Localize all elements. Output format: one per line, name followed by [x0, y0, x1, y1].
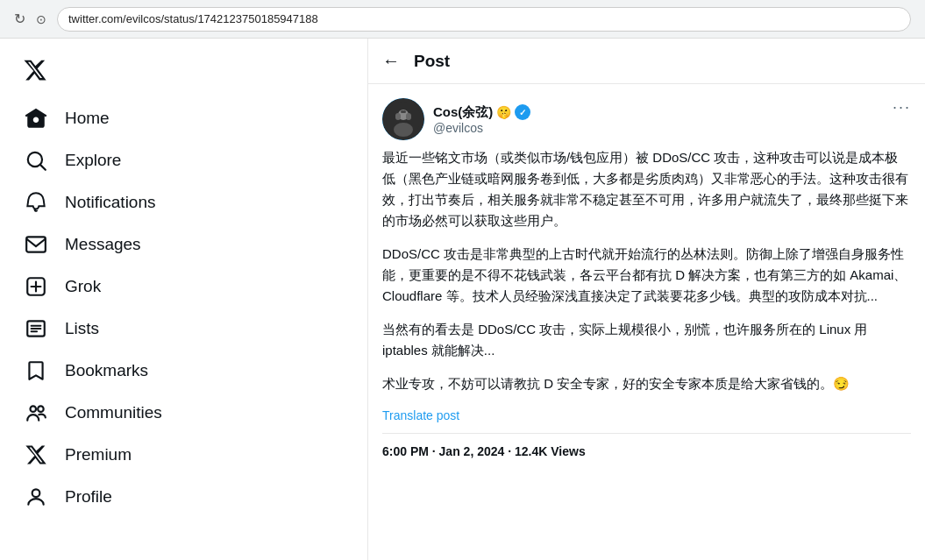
sidebar-item-premium[interactable]: Premium: [14, 435, 353, 475]
post-time: 6:00 PM · Jan 2, 2024: [382, 444, 504, 458]
communities-label: Communities: [65, 403, 162, 422]
author-info: Cos(余弦) 🤫 ✓ @evilcos: [382, 98, 530, 140]
sidebar: Home Explore Notifications: [0, 39, 368, 560]
more-button[interactable]: ···: [893, 98, 911, 117]
lists-label: Lists: [65, 319, 99, 338]
x-logo[interactable]: [14, 49, 56, 91]
refresh-button[interactable]: ↻: [14, 11, 25, 27]
sidebar-item-profile[interactable]: Profile: [14, 477, 353, 517]
author-name[interactable]: Cos(余弦) 🤫 ✓: [433, 104, 530, 121]
post-paragraph-3: 当然有的看去是 DDoS/CC 攻击，实际上规模很小，别慌，也许服务所在的 Li…: [382, 319, 911, 361]
profile-label: Profile: [65, 487, 112, 507]
author-row: Cos(余弦) 🤫 ✓ @evilcos ···: [382, 98, 911, 140]
sidebar-item-communities[interactable]: Communities: [14, 393, 353, 433]
verified-badge: ✓: [515, 104, 530, 120]
author-emoji: 🤫: [496, 105, 511, 119]
post-page-title: Post: [414, 52, 450, 71]
author-handle[interactable]: @evilcos: [433, 121, 530, 135]
grok-label: Grok: [65, 277, 101, 296]
home-icon: [25, 107, 47, 130]
home-label: Home: [65, 109, 110, 128]
post-paragraph-1: 最近一些铭文市场（或类似市场/钱包应用）被 DDoS/CC 攻击，这种攻击可以说…: [382, 147, 911, 231]
explore-label: Explore: [65, 151, 121, 170]
svg-point-9: [38, 406, 43, 412]
sidebar-item-home[interactable]: Home: [14, 98, 353, 138]
post-views-count: 12.4K Views: [515, 444, 586, 458]
browser-chrome: ↻ ⊙ twitter.com/evilcos/status/174212375…: [0, 0, 925, 39]
avatar[interactable]: [382, 98, 424, 140]
svg-rect-18: [401, 110, 406, 113]
app-container: Home Explore Notifications: [0, 39, 925, 560]
grok-icon: [25, 275, 47, 298]
url-text: twitter.com/evilcos/status/1742123750185…: [68, 12, 318, 25]
url-bar[interactable]: twitter.com/evilcos/status/1742123750185…: [57, 7, 911, 32]
sidebar-item-grok[interactable]: Grok: [14, 266, 353, 307]
svg-line-1: [40, 165, 46, 170]
sidebar-item-explore[interactable]: Explore: [14, 140, 353, 181]
svg-rect-2: [26, 237, 46, 252]
security-icon: ⊙: [36, 12, 46, 26]
communities-icon: [25, 401, 47, 424]
post-meta-dot: ·: [508, 444, 515, 458]
envelope-icon: [25, 233, 47, 256]
x-logo-icon: [23, 58, 47, 82]
svg-point-13: [394, 123, 413, 137]
avatar-image: [382, 98, 424, 140]
premium-label: Premium: [65, 445, 132, 464]
bell-icon: [25, 191, 47, 214]
notifications-label: Notifications: [65, 193, 156, 212]
lists-icon: [25, 317, 47, 340]
post-panel: ← Post: [368, 39, 925, 560]
sidebar-item-messages[interactable]: Messages: [14, 224, 353, 265]
post-views-number: 12.4K: [515, 444, 547, 458]
profile-icon: [25, 486, 47, 508]
svg-rect-16: [395, 113, 401, 120]
svg-point-10: [32, 489, 40, 497]
back-button[interactable]: ←: [382, 51, 400, 71]
premium-icon: [25, 443, 47, 466]
post-paragraph-2: DDoS/CC 攻击是非常典型的上古时代就开始流行的丛林法则。防御上除了增强自身…: [382, 244, 911, 307]
explore-icon: [25, 149, 47, 172]
sidebar-item-bookmarks[interactable]: Bookmarks: [14, 351, 353, 391]
post-header: ← Post: [368, 39, 925, 84]
author-display-name: Cos(余弦): [433, 104, 493, 121]
post-meta: 6:00 PM · Jan 2, 2024 · 12.4K Views: [382, 433, 911, 458]
post-body: 最近一些铭文市场（或类似市场/钱包应用）被 DDoS/CC 攻击，这种攻击可以说…: [382, 147, 911, 394]
bookmarks-label: Bookmarks: [65, 361, 148, 380]
sidebar-item-notifications[interactable]: Notifications: [14, 182, 353, 223]
sidebar-item-lists[interactable]: Lists: [14, 308, 353, 349]
messages-label: Messages: [65, 235, 141, 254]
bookmark-icon: [25, 359, 47, 382]
translate-link[interactable]: Translate post: [382, 408, 911, 422]
svg-rect-17: [406, 113, 411, 120]
post-paragraph-4: 术业专攻，不妨可以请教抗 D 安全专家，好的安全专家本质是给大家省钱的。😏: [382, 373, 911, 394]
svg-point-8: [31, 406, 37, 412]
author-name-block: Cos(余弦) 🤫 ✓ @evilcos: [433, 104, 530, 135]
post-content: Cos(余弦) 🤫 ✓ @evilcos ··· 最近一些铭文市场（或类似市场/…: [368, 84, 925, 472]
post-views-label: Views: [551, 444, 585, 458]
